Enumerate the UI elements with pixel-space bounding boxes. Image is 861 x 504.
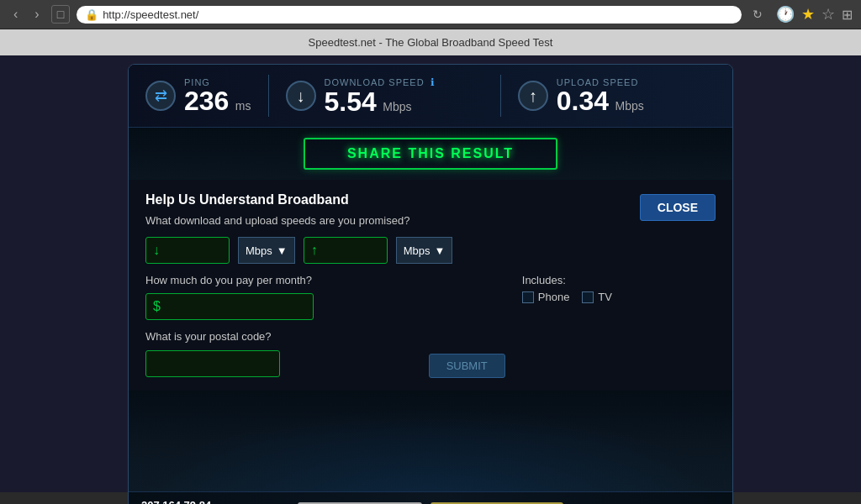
- phone-checkbox-box[interactable]: [522, 291, 534, 303]
- page-title: Speedtest.net - The Global Broadband Spe…: [0, 29, 861, 55]
- history-icon[interactable]: 🕐: [776, 5, 795, 24]
- ping-icon: ⇄: [145, 81, 176, 111]
- globe-overlay: [129, 407, 732, 491]
- speed-inputs: ↓ Mbps ▼ ↑ Mbps ▼: [145, 237, 623, 264]
- ping-section: ⇄ PING 236 ms: [145, 77, 251, 114]
- includes-col: Includes: Phone TV: [522, 274, 623, 303]
- refresh-button[interactable]: ↻: [753, 8, 763, 21]
- close-area: CLOSE: [640, 192, 716, 378]
- dollar-icon: $: [153, 299, 161, 314]
- bookmark-icon[interactable]: ★: [801, 5, 815, 24]
- close-button[interactable]: CLOSE: [640, 194, 716, 221]
- share-section: SHARE THIS RESULT: [129, 128, 732, 180]
- survey-question1: What download and upload speeds are you …: [145, 214, 623, 227]
- add-bookmark-icon[interactable]: ☆: [821, 5, 835, 24]
- tv-checkbox-box[interactable]: [582, 291, 594, 303]
- tv-checkbox[interactable]: TV: [582, 291, 612, 303]
- pay-row: $: [145, 293, 505, 320]
- ping-value: 236: [184, 86, 229, 116]
- address-bar[interactable]: 🔒 http://speedtest.net/: [77, 6, 742, 24]
- checkboxes: Phone TV: [522, 291, 623, 303]
- chevron-down-icon2: ▼: [434, 244, 445, 257]
- postal-input-box: [145, 350, 280, 377]
- globe-area: [129, 391, 732, 491]
- ip-address: 207.164.79.84: [141, 499, 276, 504]
- upload-input-icon: ↑: [311, 243, 318, 258]
- download-icon: ↓: [286, 81, 316, 111]
- security-icon: 🔒: [85, 8, 98, 21]
- upload-value: 0.34: [557, 86, 609, 116]
- screen-icon[interactable]: ⊞: [842, 7, 853, 23]
- upload-promised-box: ↑: [304, 237, 388, 264]
- upload-unit: Mbps: [615, 99, 644, 113]
- ping-info: PING 236 ms: [184, 77, 251, 114]
- info-icon[interactable]: ℹ: [430, 76, 436, 88]
- window-button[interactable]: □: [51, 5, 70, 24]
- postal-question: What is your postal code?: [145, 330, 505, 343]
- upload-unit-select[interactable]: Mbps ▼: [396, 237, 453, 264]
- postal-input[interactable]: [146, 351, 279, 376]
- pay-input[interactable]: [161, 301, 306, 313]
- download-unit-select[interactable]: Mbps ▼: [238, 237, 295, 264]
- chevron-down-icon: ▼: [277, 244, 288, 257]
- back-button[interactable]: ‹: [8, 5, 23, 24]
- ping-unit: ms: [235, 99, 251, 113]
- pay-col: How much do you pay per month? $ What is…: [145, 274, 505, 378]
- divider: [268, 75, 269, 117]
- toolbar-icons: 🕐 ★ ☆ ⊞: [776, 5, 853, 24]
- pay-input-box: $: [145, 293, 314, 320]
- download-input-icon: ↓: [153, 243, 160, 258]
- divider2: [500, 75, 501, 117]
- ping-value-row: 236 ms: [184, 87, 251, 114]
- ip-section: 207.164.79.84 Bell Mobility ★ ★ ★ ★ ★ Ra…: [141, 499, 276, 504]
- server-city: Toronto, ON: [585, 501, 720, 505]
- download-unit: Mbps: [383, 100, 411, 113]
- survey-content: Help Us Understand Broadband What downlo…: [145, 192, 623, 378]
- content-area: ⇄ PING 236 ms ↓ DOWNLOAD SPEED ℹ: [0, 55, 861, 492]
- share-button[interactable]: SHARE THIS RESULT: [304, 138, 557, 170]
- survey-panel: Help Us Understand Broadband What downlo…: [129, 180, 732, 391]
- tv-label: TV: [598, 291, 612, 303]
- includes-label: Includes:: [522, 274, 623, 286]
- server-info: Toronto, ON Hosted by Nexicom Inc.: [585, 501, 720, 505]
- upload-icon: ↑: [518, 81, 548, 111]
- bottom-bar: 207.164.79.84 Bell Mobility ★ ★ ★ ★ ★ Ra…: [129, 491, 732, 504]
- survey-title: Help Us Understand Broadband: [145, 192, 623, 207]
- phone-checkbox[interactable]: Phone: [522, 291, 570, 303]
- download-promised-box: ↓: [145, 237, 230, 264]
- pay-question: How much do you pay per month?: [145, 274, 505, 286]
- includes-section: How much do you pay per month? $ What is…: [145, 274, 623, 378]
- download-section: ↓ DOWNLOAD SPEED ℹ 5.54 Mbps: [286, 76, 483, 115]
- download-value-row: 5.54 Mbps: [325, 88, 436, 115]
- phone-label: Phone: [538, 291, 570, 303]
- stats-bar: ⇄ PING 236 ms ↓ DOWNLOAD SPEED ℹ: [129, 65, 732, 128]
- upload-value-row: 0.34 Mbps: [557, 87, 644, 114]
- forward-button[interactable]: ›: [29, 5, 44, 24]
- submit-button[interactable]: SUBMIT: [429, 354, 505, 378]
- speedtest-widget: ⇄ PING 236 ms ↓ DOWNLOAD SPEED ℹ: [128, 64, 733, 504]
- browser-chrome: ‹ › □ 🔒 http://speedtest.net/ ↻ 🕐 ★ ☆ ⊞: [0, 0, 861, 29]
- download-value: 5.54: [325, 87, 377, 117]
- postal-row: SUBMIT: [145, 349, 505, 378]
- download-info: DOWNLOAD SPEED ℹ 5.54 Mbps: [325, 76, 436, 115]
- upload-section: ↑ UPLOAD SPEED 0.34 Mbps: [518, 77, 716, 114]
- upload-info: UPLOAD SPEED 0.34 Mbps: [557, 77, 644, 114]
- url-text: http://speedtest.net/: [103, 8, 198, 21]
